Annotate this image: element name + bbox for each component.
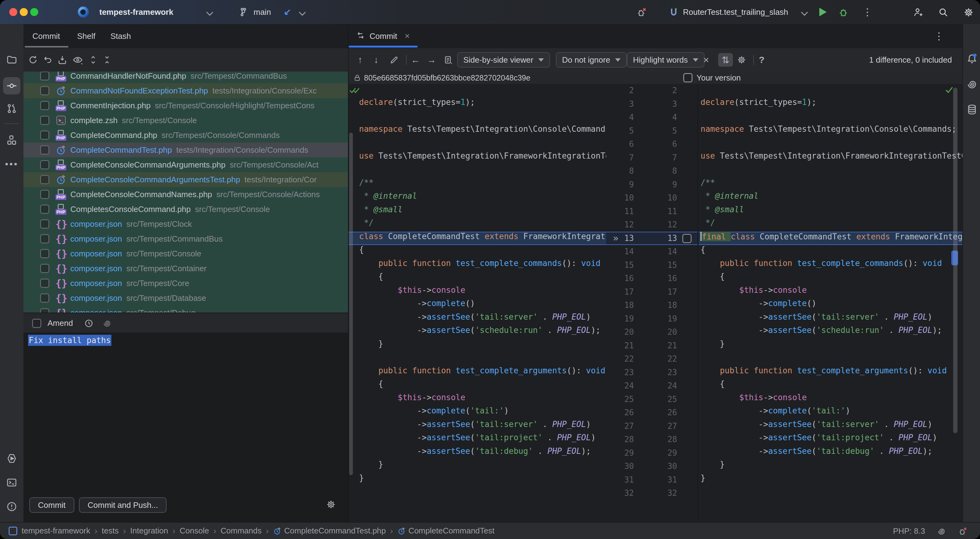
shelve-icon[interactable] (56, 54, 68, 66)
tab-commit[interactable]: Commit (32, 24, 60, 48)
branch-widget[interactable]: main (254, 0, 271, 24)
expand-all-icon[interactable] (87, 54, 99, 66)
run-tool-icon[interactable] (3, 450, 21, 467)
close-window-button[interactable] (9, 8, 17, 16)
file-checkbox[interactable] (40, 130, 49, 140)
file-checkbox[interactable] (40, 72, 49, 81)
file-row[interactable]: CompleteConsoleCommandArgumentsTest.phpt… (24, 172, 348, 187)
left-pane-scrollbar[interactable] (349, 133, 353, 475)
preview-diff-eye-icon[interactable] (72, 54, 84, 66)
run-button[interactable] (819, 8, 827, 16)
file-row[interactable]: {}composer.jsonsrc/Tempest/Console (24, 246, 348, 261)
zoom-window-button[interactable] (30, 8, 38, 16)
file-row[interactable]: CompleteCommandTest.phptests/Integration… (24, 143, 348, 157)
file-checkbox[interactable] (40, 145, 49, 154)
commit-tool-icon[interactable] (3, 77, 21, 94)
highlight-mode-dropdown[interactable]: Highlight words (627, 52, 705, 68)
forward-icon[interactable]: → (427, 53, 436, 67)
file-row[interactable]: PHPCommandHandlerNotFound.phpsrc/Tempest… (24, 72, 348, 83)
file-row[interactable]: {}composer.jsonsrc/Tempest/Core (24, 276, 348, 291)
file-row[interactable]: CommandNotFoundExceptionTest.phptests/In… (24, 83, 348, 98)
tab-shelf[interactable]: Shelf (77, 24, 95, 48)
terminal-tool-icon[interactable] (3, 474, 21, 491)
collapse-all-icon[interactable] (101, 54, 113, 66)
amend-checkbox[interactable] (32, 319, 41, 328)
file-checkbox[interactable] (40, 234, 49, 243)
run-configuration-selector[interactable]: RouterTest.test_trailing_slash (683, 0, 788, 24)
file-row[interactable]: PHPCompleteConsoleCommandNames.phpsrc/Te… (24, 187, 348, 202)
file-row[interactable]: {}composer.jsonsrc/Tempest/Database (24, 291, 348, 305)
close-tab-icon[interactable]: × (405, 24, 410, 48)
breadcrumb-item[interactable]: CompleteCommandTest (397, 526, 495, 536)
tab-options-kebab-icon[interactable]: ⋮ (934, 24, 944, 48)
file-checkbox[interactable] (40, 175, 49, 184)
file-row[interactable]: PHPCompleteConsoleCommandArguments.phpsr… (24, 157, 348, 172)
breadcrumb-item[interactable]: Commands (221, 526, 262, 536)
edit-source-icon[interactable] (389, 53, 399, 67)
stop-failed-debug-icon[interactable] (636, 7, 647, 18)
commit-options-gear-icon[interactable] (326, 499, 336, 510)
file-checkbox[interactable] (40, 101, 49, 110)
help-icon[interactable]: ? (759, 53, 764, 67)
more-tools-icon[interactable]: ••• (3, 156, 21, 173)
debugger-muted-status-icon[interactable] (958, 526, 968, 536)
add-user-icon[interactable] (912, 7, 924, 18)
ai-assistant-icon[interactable] (964, 76, 980, 92)
notifications-icon[interactable] (964, 51, 980, 67)
problems-tool-icon[interactable] (3, 498, 21, 515)
breadcrumb-item[interactable]: Integration (130, 526, 168, 536)
breadcrumb-item[interactable]: Console (180, 526, 209, 536)
file-checkbox[interactable] (40, 219, 49, 229)
refresh-icon[interactable] (27, 54, 39, 66)
file-checkbox[interactable] (40, 278, 49, 288)
project-folder-icon[interactable] (3, 51, 21, 68)
file-checkbox[interactable] (40, 116, 49, 125)
collapse-unchanged-icon[interactable]: × (703, 53, 709, 67)
breadcrumb-item[interactable]: tests (102, 526, 119, 536)
diff-right-pane[interactable]: declare(strict_types=1);namespace Tests\… (699, 84, 963, 520)
file-checkbox[interactable] (40, 249, 49, 258)
tab-stash[interactable]: Stash (110, 24, 131, 48)
previous-difference-icon[interactable]: ↑ (358, 53, 363, 67)
commit-button[interactable]: Commit (29, 498, 74, 513)
right-pane-scrollbar[interactable] (953, 87, 958, 433)
ai-assistant-status-icon[interactable] (937, 527, 946, 536)
synchronize-scrolling-icon[interactable]: ⇅ (718, 53, 733, 67)
diff-left-pane[interactable]: declare(strict_types=1);namespace Tests\… (348, 84, 606, 520)
more-run-options-button[interactable]: ⋮ (862, 0, 872, 24)
file-checkbox[interactable] (40, 205, 49, 214)
database-icon[interactable] (964, 102, 980, 117)
file-row[interactable]: >_complete.zshsrc/Tempest/Console (24, 113, 348, 128)
project-widget[interactable]: tempest-framework (99, 0, 173, 24)
file-row[interactable]: {}composer.jsonsrc/Tempest/Container (24, 261, 348, 276)
include-change-checkbox[interactable] (682, 234, 692, 243)
debug-button[interactable] (838, 7, 849, 18)
back-icon[interactable]: ← (411, 53, 420, 67)
breadcrumb-item[interactable]: tempest-framework (22, 526, 91, 536)
file-row[interactable]: {}composer.jsonsrc/Tempest/Debug (24, 305, 348, 313)
include-all-checkbox[interactable] (683, 73, 692, 83)
viewer-mode-dropdown[interactable]: Side-by-side viewer (457, 52, 550, 68)
structure-icon[interactable] (3, 132, 21, 149)
diff-settings-gear-icon[interactable] (737, 53, 746, 67)
tab-commit-diff[interactable]: Commit (369, 24, 397, 48)
jump-to-source-icon[interactable] (443, 53, 453, 67)
file-row[interactable]: PHPCommentInjection.phpsrc/Tempest/Conso… (24, 98, 348, 113)
pull-requests-icon[interactable] (3, 100, 21, 117)
file-checkbox[interactable] (40, 86, 49, 95)
next-difference-icon[interactable]: ↓ (374, 53, 379, 67)
file-row[interactable]: PHPCompleteCommand.phpsrc/Tempest/Consol… (24, 128, 348, 143)
gear-icon[interactable] (963, 7, 974, 18)
rollback-icon[interactable] (41, 54, 54, 66)
file-row[interactable]: {}composer.jsonsrc/Tempest/CommandBus (24, 231, 348, 246)
whitespace-dropdown[interactable]: Do not ignore (556, 52, 627, 68)
file-checkbox[interactable] (40, 160, 49, 169)
commit-message-editor[interactable]: Fix install paths Commit Commit and Push… (24, 332, 348, 522)
file-checkbox[interactable] (40, 264, 49, 273)
file-row[interactable]: {}composer.jsonsrc/Tempest/Clock (24, 216, 348, 231)
commit-and-push-button[interactable]: Commit and Push... (79, 498, 167, 513)
breadcrumb-item[interactable]: CompleteCommandTest.php (273, 526, 386, 536)
file-checkbox[interactable] (40, 308, 49, 313)
file-checkbox[interactable] (40, 293, 49, 303)
ai-commit-message-icon[interactable] (102, 319, 112, 328)
